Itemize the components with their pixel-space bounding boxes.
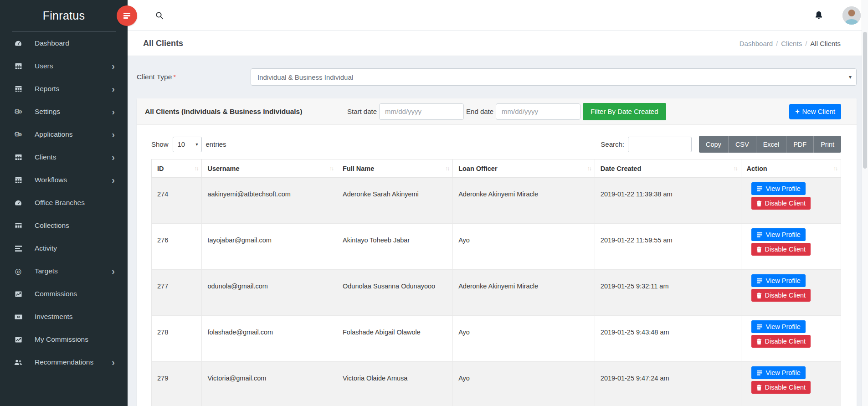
cell-id: 274 (152, 178, 202, 224)
chevron-right-icon: › (112, 63, 115, 69)
main-area: All Clients Dashboard / Clients / All Cl… (128, 0, 868, 406)
disable-client-button[interactable]: Disable Client (751, 243, 811, 256)
column-header-loan-officer[interactable]: Loan Officer↑↓ (453, 159, 595, 178)
cell-action: View Profile Disable Client (741, 362, 841, 406)
scrollbar-thumb[interactable] (863, 32, 867, 169)
client-type-value: Individual & Business Individual (257, 73, 353, 81)
card-body: Show 10 ▾ entries Search: Copy CSV Excel (137, 125, 857, 406)
sidebar-item-office-branches[interactable]: Office Branches (0, 191, 128, 214)
cell-full-name: Folashade Abigail Olawole (337, 316, 452, 362)
sidebar-item-commissions[interactable]: Commissions (0, 283, 128, 305)
search-label: Search: (601, 140, 624, 148)
sidebar-item-applications[interactable]: ⚙⚙ Applications › (0, 123, 128, 146)
vertical-scrollbar[interactable] (862, 0, 868, 406)
show-label: Show (151, 140, 169, 148)
bell-icon[interactable] (814, 10, 823, 21)
cell-loan-officer: Ayo (453, 316, 595, 362)
sidebar-item-label: Workflows (35, 176, 67, 184)
table-row: 276 tayojabar@gmail.com Akintayo Toheeb … (152, 224, 841, 270)
export-button-group: Copy CSV Excel PDF Print (699, 136, 841, 153)
disable-client-button[interactable]: Disable Client (751, 289, 811, 302)
cell-username: Victoria@gmail.com (202, 362, 337, 406)
chevron-right-icon: › (112, 177, 115, 183)
new-client-button[interactable]: + New Client (789, 104, 841, 119)
cell-full-name: Akintayo Toheeb Jabar (337, 224, 452, 270)
column-header-id[interactable]: ID↑↓ (152, 159, 202, 178)
start-date-input[interactable] (379, 103, 464, 120)
breadcrumb-dashboard[interactable]: Dashboard (740, 40, 773, 47)
cell-username: aakinyemi@atbtechsoft.com (202, 178, 337, 224)
cogs-icon: ⚙⚙ (14, 108, 23, 116)
sidebar-item-activity[interactable]: Activity (0, 237, 128, 260)
disable-client-button[interactable]: Disable Client (751, 335, 811, 348)
sidebar-item-investments[interactable]: Investments (0, 305, 128, 328)
breadcrumb-current: All Clients (810, 40, 841, 47)
list-icon (14, 246, 23, 252)
sidebar-item-reports[interactable]: Reports › (0, 77, 128, 100)
column-header-full-name[interactable]: Full Name↑↓ (337, 159, 452, 178)
column-header-username[interactable]: Username↑↓ (202, 159, 337, 178)
clients-table: ID↑↓ Username↑↓ Full Name↑↓ Loan Officer… (151, 159, 841, 406)
copy-button[interactable]: Copy (699, 136, 729, 153)
sidebar-item-workflows[interactable]: Workflows › (0, 169, 128, 191)
sidebar-item-my-commissions[interactable]: My Commissions (0, 328, 128, 351)
bullseye-icon: ◎ (14, 267, 23, 276)
sidebar-item-clients[interactable]: Clients › (0, 146, 128, 169)
users-icon (14, 360, 23, 365)
card-header: All Clients (Individuals & Business Indi… (137, 98, 857, 125)
view-profile-button[interactable]: View Profile (751, 366, 806, 379)
sidebar-item-label: Clients (35, 153, 56, 161)
sidebar-item-recommendations[interactable]: Recommendations › (0, 351, 128, 374)
excel-button[interactable]: Excel (756, 136, 786, 153)
chevron-right-icon: › (112, 86, 115, 92)
chart-line-icon (14, 337, 23, 343)
sidebar-item-users[interactable]: Users › (0, 55, 128, 77)
sidebar-item-label: Commissions (35, 290, 77, 298)
breadcrumb-clients[interactable]: Clients (781, 40, 802, 47)
table-icon (14, 86, 23, 92)
sidebar-item-dashboard[interactable]: Dashboard (0, 32, 128, 55)
view-profile-button[interactable]: View Profile (751, 320, 806, 333)
sidebar-item-label: My Commissions (35, 335, 88, 344)
content-area: Client Type* Individual & Business Indiv… (128, 56, 868, 406)
filter-by-date-button[interactable]: Filter By Date Created (583, 103, 666, 120)
disable-client-button[interactable]: Disable Client (751, 381, 811, 394)
column-header-date-created[interactable]: Date Created↑↓ (595, 159, 741, 178)
disable-client-button[interactable]: Disable Client (751, 197, 811, 210)
client-type-select[interactable]: Individual & Business Individual ▾ (251, 68, 857, 86)
sidebar-toggle-button[interactable] (117, 5, 137, 26)
table-row: 277 odunola@gmail.com Odunolaa Susanna O… (152, 270, 841, 316)
print-button[interactable]: Print (814, 136, 841, 153)
bars-icon (756, 186, 763, 191)
view-profile-button[interactable]: View Profile (751, 182, 806, 195)
cell-id: 276 (152, 224, 202, 270)
search-icon[interactable] (155, 11, 164, 20)
sidebar-item-settings[interactable]: ⚙⚙ Settings › (0, 100, 128, 123)
page-length-select[interactable]: 10 ▾ (173, 137, 202, 152)
view-profile-button[interactable]: View Profile (751, 274, 806, 287)
sort-icon: ↑↓ (833, 165, 837, 172)
column-header-action[interactable]: Action↑↓ (741, 159, 841, 178)
sidebar-item-collections[interactable]: Collections (0, 214, 128, 237)
search-input[interactable] (628, 137, 692, 152)
cell-full-name: Victoria Olaide Amusa (337, 362, 452, 406)
title-bar: All Clients Dashboard / Clients / All Cl… (128, 31, 868, 56)
sort-icon: ↑↓ (329, 165, 333, 172)
end-date-input[interactable] (496, 103, 580, 120)
sort-icon: ↑↓ (587, 165, 591, 172)
view-profile-button[interactable]: View Profile (751, 228, 806, 241)
sidebar-item-targets[interactable]: ◎ Targets › (0, 260, 128, 283)
cell-loan-officer: Ayo (453, 362, 595, 406)
sidebar-item-label: Recommendations (35, 358, 93, 366)
table-row: 274 aakinyemi@atbtechsoft.com Aderonke S… (152, 178, 841, 224)
breadcrumb-separator: / (776, 40, 778, 47)
table-row: 279 Victoria@gmail.com Victoria Olaide A… (152, 362, 841, 406)
sidebar-item-label: Settings (35, 108, 60, 116)
csv-button[interactable]: CSV (729, 136, 756, 153)
topnav-right (814, 6, 861, 25)
avatar[interactable] (842, 6, 861, 25)
cell-id: 279 (152, 362, 202, 406)
sidebar-item-label: Dashboard (35, 39, 69, 47)
cell-action: View Profile Disable Client (741, 270, 841, 316)
pdf-button[interactable]: PDF (786, 136, 814, 153)
